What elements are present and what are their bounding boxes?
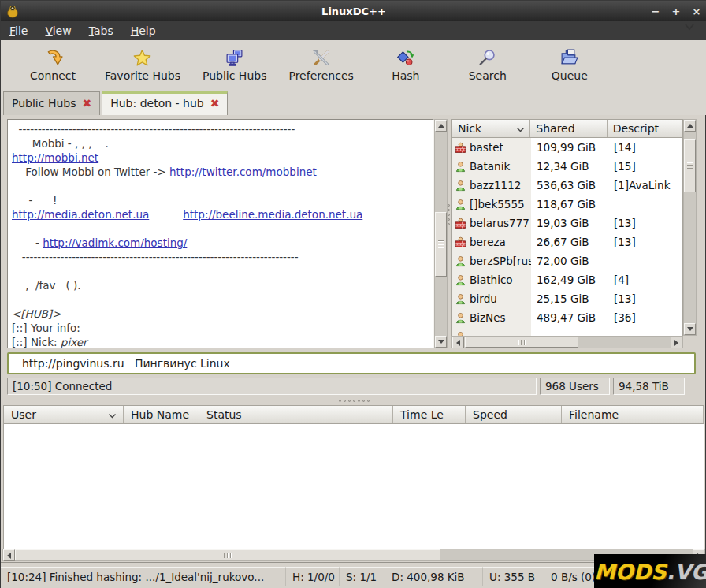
- transfers-scroll-left-button[interactable]: [3, 549, 15, 561]
- menubar: FileViewTabsHelp: [1, 21, 706, 40]
- chat-link[interactable]: http://media.deton.net.ua: [12, 208, 149, 221]
- toolbar-overflow-button[interactable]: [680, 18, 699, 35]
- transfers-column-status[interactable]: Status: [199, 406, 393, 423]
- maximize-button[interactable]: +: [671, 6, 682, 17]
- user-nick-cell: bereza: [452, 233, 531, 251]
- transfers-column-user[interactable]: User: [4, 406, 124, 423]
- chat-scroll-up-button[interactable]: [435, 120, 447, 132]
- column-label: Speed: [473, 408, 507, 421]
- toolbar-connect-button[interactable]: Connect: [12, 45, 94, 85]
- user-nick-cell: bastet: [452, 138, 531, 157]
- userlist-scroll-up-button[interactable]: [684, 120, 696, 132]
- transfers-column-speed[interactable]: Speed: [466, 406, 562, 423]
- chat-scroll-thumb[interactable]: [435, 212, 447, 277]
- chat-line: Mobbi - , , , .: [12, 136, 429, 151]
- chat-line: ----------------------------------------…: [12, 122, 429, 136]
- user-nick: berzSPb[rus: [470, 255, 531, 267]
- userlist-row[interactable]: bereza26,67 GiB[13]: [452, 233, 682, 251]
- user-shared: 72,00 GiB: [531, 255, 608, 267]
- tab-label: Hub: deton - hub: [110, 97, 203, 110]
- userlist-row[interactable]: BizNes489,47 GiB[36]: [452, 308, 682, 327]
- chat-line: Follow Mobbi on Twitter -> http://twitte…: [12, 165, 429, 179]
- column-label: Shared: [536, 122, 574, 135]
- user-icon: [455, 161, 466, 173]
- chat-link[interactable]: http://beeline.media.deton.net.ua: [183, 208, 362, 221]
- user-shared: 25,15 GiB: [531, 292, 608, 305]
- tab-close-icon[interactable]: ✖: [82, 98, 91, 109]
- userlist-row[interactable]: Biathico162,49 GiB[4]: [452, 270, 682, 289]
- chat-log[interactable]: ----------------------------------------…: [7, 119, 434, 348]
- menu-file[interactable]: File: [1, 23, 36, 39]
- toolbar-hash-button[interactable]: Hash: [365, 45, 447, 85]
- chat-link[interactable]: http://twitter.com/mobbinet: [169, 166, 317, 178]
- userlist-column-nick[interactable]: Nick: [452, 120, 530, 137]
- transfers-list[interactable]: [3, 424, 704, 549]
- transfers-column-filename[interactable]: Filename: [562, 406, 704, 423]
- userlist-scroll-thumb[interactable]: [684, 139, 696, 192]
- tab-hub-deton-hub[interactable]: Hub: deton - hub✖: [102, 91, 228, 115]
- favorite-hubs-icon: [132, 48, 152, 69]
- userlist-header: NickSharedDescript: [451, 119, 683, 138]
- userlist-column-descript[interactable]: Descript: [608, 120, 682, 137]
- queue-icon: [559, 48, 579, 69]
- toolbar-search-button[interactable]: Search: [447, 45, 529, 85]
- search-icon: [477, 48, 497, 69]
- user-nick: bereza: [470, 236, 506, 248]
- transfers-column-time-le[interactable]: Time Le: [393, 406, 466, 423]
- transfers-hscroll-thumb[interactable]: [15, 549, 440, 560]
- userlist-row[interactable]: bastet109,99 GiB[14]: [452, 138, 682, 157]
- userlist-scroll-down-button[interactable]: [684, 323, 696, 335]
- userlist-scroll-right-button[interactable]: [671, 337, 682, 348]
- user-shared: 109,99 GiB: [531, 141, 608, 154]
- close-button[interactable]: ×: [691, 6, 702, 17]
- chat-userlist-splitter[interactable]: [447, 204, 451, 250]
- minimize-button[interactable]: −: [650, 6, 661, 17]
- tab-public-hubs[interactable]: Public Hubs✖: [3, 91, 100, 115]
- userlist-row[interactable]: bazz1112536,63 GiB[1]AvaLink: [452, 176, 682, 195]
- chat-text: ----------------------------------------…: [12, 251, 299, 263]
- userlist[interactable]: bastet109,99 GiB[14]Batanik12,34 GiB[15]…: [451, 138, 683, 336]
- grip-icon: [518, 340, 526, 345]
- transfers-column-hub-name[interactable]: Hub Name: [124, 406, 199, 423]
- menu-tabs[interactable]: Tabs: [80, 23, 122, 39]
- user-shared: 162,49 GiB: [531, 274, 608, 286]
- titlebar: LinuxDC++ − + ×: [1, 1, 706, 21]
- chat-link[interactable]: http://vadimk.com/hosting/: [43, 236, 187, 249]
- main-pane-splitter[interactable]: [332, 398, 376, 404]
- menu-help[interactable]: Help: [122, 23, 165, 39]
- chat-link[interactable]: http://mobbi.net: [12, 151, 98, 164]
- userlist-hscroll-thumb[interactable]: [465, 337, 578, 348]
- menu-view[interactable]: View: [36, 23, 80, 39]
- column-label: Hub Name: [131, 408, 189, 421]
- hub-connection-status: [10:50] Connected: [7, 378, 537, 395]
- userlist-row[interactable]: []bek5555118,67 GiB: [452, 195, 682, 214]
- userlist-row[interactable]: birdu25,15 GiB[13]: [452, 289, 682, 308]
- hash-icon: [396, 48, 415, 69]
- userlist-row[interactable]: berzSPb[rus72,00 GiB: [452, 251, 682, 270]
- userlist-column-shared[interactable]: Shared: [530, 120, 607, 137]
- user-description: [1]AvaLink: [608, 179, 679, 192]
- userlist-row[interactable]: belarus77719,03 GiB[13]: [452, 214, 682, 233]
- toolbar-public-hubs-button[interactable]: Public Hubs: [191, 45, 277, 85]
- chat-input[interactable]: http://pingvinus.ru Пингвинус Linux: [7, 352, 696, 374]
- toolbar-preferences-button[interactable]: Preferences: [277, 45, 364, 85]
- userlist-row[interactable]: Batanik12,34 GiB[15]: [452, 157, 682, 176]
- chat-scroll-down-button[interactable]: [435, 336, 447, 348]
- userlist-scroll-left-button[interactable]: [452, 337, 464, 348]
- chat-text: [::] Nick:: [12, 336, 61, 348]
- user-description: [15]: [608, 160, 679, 173]
- arrow-up-icon: [438, 124, 444, 128]
- chat-text: Follow Mobbi on Twitter ->: [12, 166, 169, 178]
- toolbar-queue-button[interactable]: Queue: [529, 45, 611, 85]
- user-nick: BizNes: [470, 311, 506, 324]
- public-hubs-icon: [225, 48, 244, 69]
- watermark-suffix: .VG: [667, 560, 706, 584]
- tab-close-icon[interactable]: ✖: [210, 98, 220, 109]
- user-nick: belarus777: [470, 217, 530, 229]
- userlist-row[interactable]: [452, 327, 682, 336]
- user-description: [13]: [608, 292, 679, 305]
- user-icon: [455, 312, 466, 324]
- chevron-down-icon: [684, 23, 695, 31]
- grip-icon: [224, 553, 232, 558]
- toolbar-favorite-hubs-button[interactable]: Favorite Hubs: [94, 45, 191, 85]
